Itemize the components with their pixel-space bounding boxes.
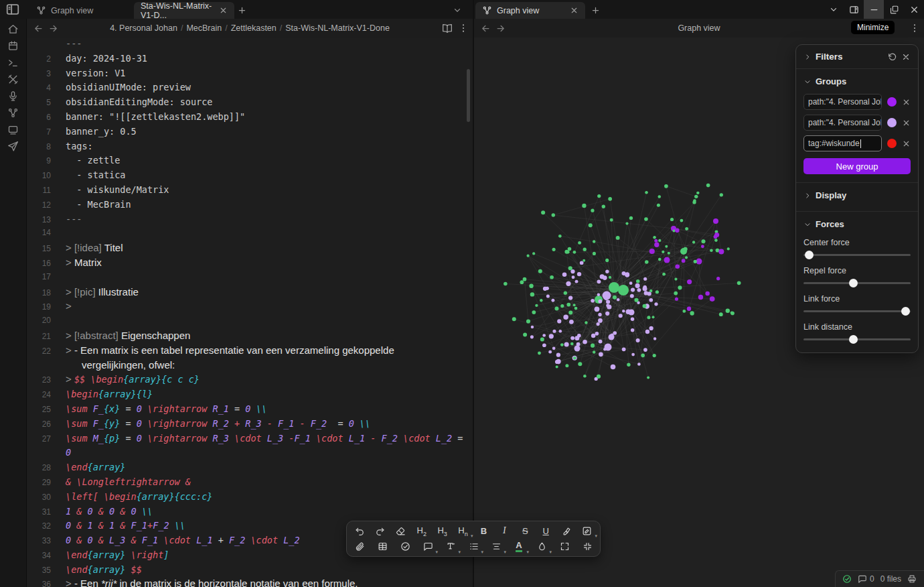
table-button[interactable] [374, 539, 391, 554]
right-sidebar-toggle-button[interactable] [844, 0, 864, 19]
breadcrumb-item[interactable]: MecBrain [186, 23, 222, 33]
bullet-list-button[interactable]: ▾ [465, 539, 482, 554]
breadcrumb-item[interactable]: Sta-Wis-NL-Matrix-V1-Done [285, 23, 390, 33]
graph-node [675, 229, 680, 233]
redo-button[interactable] [372, 523, 389, 538]
link-force-slider[interactable] [803, 306, 911, 316]
forward-button[interactable] [493, 21, 508, 36]
comment-button[interactable]: ▾ [419, 539, 437, 554]
graph-node [643, 277, 647, 281]
link-distance-slider[interactable] [803, 334, 911, 344]
graph-node [597, 322, 600, 326]
graph-node [504, 282, 508, 286]
ribbon-calendar-button[interactable] [5, 40, 22, 52]
slider-thumb[interactable] [849, 279, 858, 287]
bold-button[interactable]: B [475, 523, 492, 538]
window-controls [824, 0, 924, 19]
heading-2-button[interactable]: H2 [413, 523, 431, 538]
back-button[interactable] [31, 21, 46, 36]
remove-group-button[interactable] [902, 98, 911, 107]
remove-group-button[interactable] [902, 139, 911, 148]
breadcrumb-item[interactable]: Zettlekasten [231, 23, 277, 33]
slider-thumb[interactable] [901, 307, 910, 316]
forward-button[interactable] [46, 21, 60, 36]
ribbon-microphone-button[interactable] [5, 90, 22, 102]
italic-button[interactable]: I [495, 523, 513, 538]
slider-track[interactable] [803, 254, 911, 256]
tab-graph-view-left[interactable]: Graph view [29, 2, 131, 19]
center-force-slider[interactable] [803, 249, 911, 260]
tab-graph-view-right[interactable]: Graph view [475, 2, 585, 19]
underline-button[interactable]: U [537, 523, 554, 538]
undo-button[interactable] [351, 523, 368, 538]
new-tab-button-left[interactable] [236, 4, 248, 16]
graph-node [626, 310, 631, 315]
close-x-icon [902, 139, 911, 148]
printer-icon[interactable] [907, 574, 917, 584]
close-window-button[interactable] [904, 0, 924, 19]
attachment-button[interactable] [351, 539, 368, 554]
more-options-icon[interactable] [458, 23, 469, 34]
group-color-swatch[interactable] [887, 97, 897, 107]
reset-settings-icon[interactable] [888, 52, 897, 62]
more-options-icon[interactable] [909, 23, 920, 34]
reading-view-icon[interactable] [442, 23, 453, 34]
graph-node [674, 291, 678, 296]
remove-group-button[interactable] [902, 119, 911, 127]
chevron-right-icon[interactable] [803, 53, 812, 61]
align-button[interactable]: ▾ [487, 539, 505, 554]
filters-section-title[interactable]: Filters [816, 52, 884, 62]
editor-scrollbar[interactable] [467, 69, 470, 122]
graph-node [546, 295, 550, 298]
fullscreen-button[interactable] [556, 539, 573, 554]
group-query-input[interactable]: path:"4. Personal Johan [803, 115, 882, 131]
tab-list-chevron-left[interactable] [451, 4, 463, 16]
group-query-input[interactable]: path:"4. Personal Johan [803, 94, 882, 110]
group-color-swatch[interactable] [887, 139, 897, 148]
forces-section-header[interactable]: Forces [803, 217, 911, 232]
heading-3-button[interactable]: H3 [434, 523, 451, 538]
ribbon-terminal-button[interactable] [5, 56, 22, 68]
heading-n-button[interactable]: Hn▾ [455, 523, 472, 538]
groups-section-header[interactable]: Groups [803, 74, 911, 89]
breadcrumb-item[interactable]: 4. Personal Johan [110, 23, 177, 33]
slider-thumb[interactable] [849, 335, 858, 344]
display-section-header[interactable]: Display [803, 188, 911, 203]
graph-node [597, 294, 600, 296]
font-color-button[interactable]: A▾ [510, 539, 528, 554]
editor[interactable]: ---2day: 2024-10-313version: V14obsidian… [27, 38, 473, 587]
repel-force-slider[interactable] [803, 277, 911, 288]
group-query-input[interactable]: tag:#wiskunde [803, 135, 882, 151]
new-group-button[interactable]: New group [803, 158, 911, 174]
graph-node [705, 291, 709, 296]
eraser-button[interactable] [392, 523, 410, 538]
slider-track[interactable] [803, 310, 911, 312]
tab-close-button[interactable] [570, 6, 579, 15]
highlighter-button[interactable] [558, 523, 575, 538]
sync-check-icon[interactable] [842, 574, 852, 584]
ribbon-home-button[interactable] [5, 23, 22, 35]
close-icon[interactable] [901, 52, 911, 62]
graph-node [658, 195, 661, 198]
minimize-button[interactable] [864, 0, 884, 19]
back-button[interactable] [478, 21, 493, 36]
left-sidebar-toggle-button[interactable] [5, 3, 20, 15]
background-color-button[interactable]: ▾ [533, 539, 550, 554]
ribbon-paper-plane-button[interactable] [5, 140, 22, 152]
compose-button[interactable]: ▾ [579, 523, 596, 538]
tab-close-button[interactable] [219, 6, 228, 15]
text-style-button[interactable]: ▾ [442, 539, 459, 554]
restore-window-button[interactable] [884, 0, 904, 19]
exit-fullscreen-button[interactable] [579, 539, 596, 554]
slider-thumb[interactable] [805, 251, 814, 259]
task-check-button[interactable] [396, 539, 414, 554]
tab-note-active[interactable]: Sta-Wis-NL-Matrix-V1-D... [134, 2, 234, 19]
new-tab-button-right[interactable] [589, 4, 601, 16]
ribbon-graph-button[interactable] [5, 107, 22, 119]
strikethrough-button[interactable]: S [516, 523, 534, 538]
ribbon-slides-button[interactable] [5, 123, 22, 135]
tab-list-chevron-right[interactable] [824, 0, 844, 19]
ribbon-crossed-swords-button[interactable] [5, 73, 22, 85]
graph-node [565, 364, 568, 367]
group-color-swatch[interactable] [887, 118, 897, 127]
